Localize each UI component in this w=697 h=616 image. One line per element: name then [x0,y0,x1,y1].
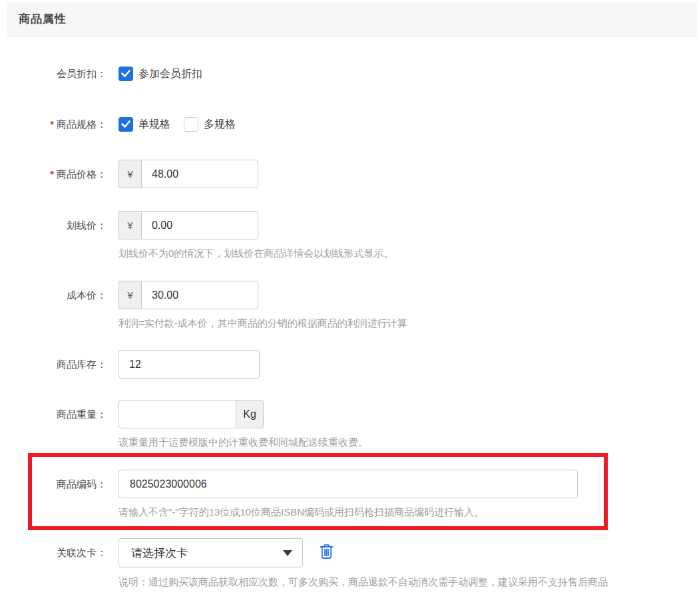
product-attributes-form: 会员折扣： 参加会员折扣 *商品规格： 单规格 [0,37,697,589]
member-discount-label: 会员折扣： [0,67,107,81]
cost-price-input[interactable] [141,281,258,309]
card-hint: 说明：通过购买该商品获取相应次数，可多次购买，商品退款不自动消次需手动调整，建议… [118,575,608,589]
form-row-price: *商品价格： ¥ [0,160,697,188]
code-label: 商品编码： [0,470,107,498]
form-row-stock: 商品库存： [0,350,697,379]
delete-card-button[interactable] [319,538,334,567]
stock-input[interactable] [118,350,260,379]
card-label: 关联次卡： [0,538,107,567]
spec-multi-checkbox[interactable] [184,117,198,132]
code-hint: 请输入不含"-"字符的13位或10位商品ISBN编码或用扫码枪扫描商品编码进行输… [118,506,578,519]
card-select-value: 请选择次卡 [131,545,283,561]
form-row-cost-price: 成本价： ¥ 利润=实付款-成本价，其中商品的分销的根据商品的利润进行计算 [0,281,697,330]
member-discount-checkbox[interactable] [118,67,133,81]
code-input[interactable] [118,470,578,498]
weight-input[interactable] [118,400,236,428]
spec-multi-label[interactable]: 多规格 [204,118,236,132]
form-row-member-discount: 会员折扣： 参加会员折扣 [0,67,697,81]
weight-hint: 该重量用于运费模版中的计重收费和同城配送续重收费。 [118,436,368,449]
spec-single-label[interactable]: 单规格 [138,118,170,132]
strike-price-label: 划线价： [0,211,107,239]
currency-prefix: ¥ [118,281,141,309]
form-row-code: 商品编码： 请输入不含"-"字符的13位或10位商品ISBN编码或用扫码枪扫描商… [0,470,697,519]
weight-label: 商品重量： [0,400,107,428]
strike-price-hint: 划线价不为0的情况下，划线价在商品详情会以划线形式显示。 [118,247,393,260]
cost-price-label: 成本价： [0,281,107,309]
price-label: *商品价格： [0,160,107,188]
form-row-strike-price: 划线价： ¥ 划线价不为0的情况下，划线价在商品详情会以划线形式显示。 [0,211,697,260]
currency-prefix: ¥ [118,211,141,239]
cost-price-hint: 利润=实付款-成本价，其中商品的分销的根据商品的利润进行计算 [118,317,407,330]
panel-title: 商品属性 [19,11,67,27]
check-icon [121,118,130,130]
required-asterisk: * [50,118,54,130]
spec-single-checkbox[interactable] [118,117,133,132]
weight-unit-suffix: Kg [236,400,264,428]
member-discount-option-label[interactable]: 参加会员折扣 [138,67,202,81]
price-input[interactable] [141,160,258,188]
spec-label: *商品规格： [0,117,107,132]
dropdown-arrow-icon [283,550,292,556]
trash-icon [319,543,334,562]
stock-label: 商品库存： [0,350,107,379]
form-row-spec: *商品规格： 单规格 多规格 [0,117,697,132]
panel-header: 商品属性 [7,2,697,37]
strike-price-input[interactable] [141,211,258,239]
form-row-card: 关联次卡： 请选择次卡 [0,538,697,589]
form-row-weight: 商品重量： Kg 该重量用于运费模版中的计重收费和同城配送续重收费。 [0,400,697,449]
required-asterisk: * [50,168,54,180]
currency-prefix: ¥ [118,160,141,188]
card-select[interactable]: 请选择次卡 [118,538,303,567]
check-icon [121,68,130,80]
